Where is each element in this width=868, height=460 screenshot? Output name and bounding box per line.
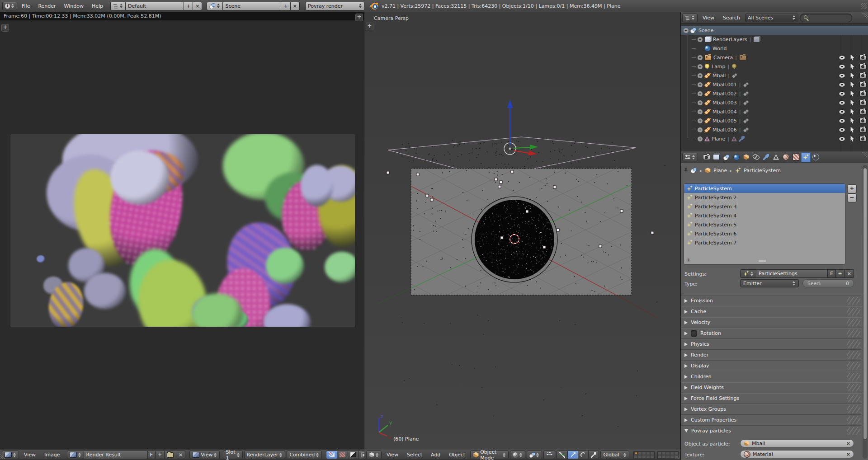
renderability-camera-icon[interactable] — [859, 118, 867, 123]
remove-particle-system-button[interactable]: − — [847, 193, 857, 202]
outliner-search-input[interactable] — [800, 14, 852, 22]
particle-system-row[interactable]: ParticleSystem 5 — [684, 220, 845, 229]
layer-cell[interactable] — [666, 455, 670, 459]
expand-icon[interactable]: + — [698, 109, 703, 114]
outliner-item-mball-005[interactable]: +Mball.005| — [681, 116, 868, 125]
renderability-camera-icon[interactable] — [859, 73, 867, 78]
menu-image[interactable]: Image — [41, 452, 63, 458]
particle-settings-browse-button[interactable] — [740, 269, 756, 278]
visibility-eye-icon[interactable] — [839, 136, 845, 141]
list-resize-grip[interactable] — [759, 260, 766, 261]
panel-label[interactable]: Rotation — [700, 330, 721, 336]
panel-display[interactable]: Display — [681, 360, 862, 371]
layer-cell[interactable] — [634, 455, 638, 459]
outliner-item-mball-004[interactable]: +Mball.004| — [681, 107, 868, 116]
render-pass-select[interactable]: Combined — [287, 451, 322, 459]
visibility-eye-icon[interactable] — [839, 73, 845, 78]
layer-cell[interactable] — [638, 455, 642, 459]
pin-icon[interactable] — [684, 168, 688, 174]
selectability-cursor-icon[interactable] — [850, 82, 855, 88]
layer-cell[interactable] — [642, 455, 646, 459]
slot-select[interactable]: Slot 1 — [223, 451, 242, 459]
properties-scrollbar[interactable] — [863, 165, 868, 459]
scene-selector-icon-button[interactable] — [207, 2, 223, 10]
panel-expanded-arrow-icon[interactable] — [684, 429, 688, 432]
visibility-eye-icon[interactable] — [839, 109, 845, 114]
editor-type-3dview-button[interactable] — [366, 451, 382, 459]
menu-object[interactable]: Object — [445, 452, 469, 458]
panel-rotation[interactable]: Rotation — [681, 328, 862, 338]
screen-layout-name[interactable]: Default — [126, 2, 184, 10]
tab-scene[interactable] — [722, 152, 731, 162]
panel-label[interactable]: Cache — [691, 309, 706, 314]
particle-system-name[interactable]: ParticleSystem — [695, 186, 732, 192]
outliner-item-world[interactable]: World — [681, 44, 868, 53]
layer-cell[interactable] — [650, 455, 654, 459]
add-layout-button[interactable]: + — [184, 2, 193, 10]
outliner-item-label[interactable]: Mball.002 — [712, 91, 737, 97]
layer-cell[interactable] — [658, 455, 662, 459]
editor-type-info-button[interactable] — [2, 2, 17, 10]
panel-render[interactable]: Render — [681, 349, 862, 360]
particle-system-name[interactable]: ParticleSystem 4 — [695, 213, 736, 219]
menu-view[interactable]: View — [383, 452, 402, 458]
panel-custom-properties[interactable]: Custom Properties — [681, 414, 862, 425]
selectability-cursor-icon[interactable] — [850, 91, 855, 97]
panel-label[interactable]: Display — [691, 363, 709, 369]
panel-field-weights[interactable]: Field Weights — [681, 382, 862, 393]
expand-icon[interactable]: + — [698, 118, 703, 123]
menu-window[interactable]: Window — [61, 3, 87, 9]
visibility-eye-icon[interactable] — [839, 118, 845, 123]
draw-channel-alpha-toggle[interactable] — [348, 451, 359, 459]
object-icon[interactable] — [705, 168, 711, 174]
manipulator-toggle[interactable] — [543, 451, 555, 459]
metaball-sphere[interactable] — [475, 200, 554, 279]
renderability-camera-icon[interactable] — [859, 55, 867, 60]
fake-user-button[interactable]: F — [148, 451, 156, 459]
particle-system-name[interactable]: ParticleSystem 6 — [695, 231, 736, 237]
panel-povray-particles[interactable]: Povray particles — [681, 425, 862, 436]
corner-resize-handle[interactable] — [861, 3, 867, 9]
panel-cache[interactable]: Cache — [681, 306, 862, 317]
add-scene-button[interactable]: + — [281, 2, 290, 10]
selectability-cursor-icon[interactable] — [850, 118, 855, 124]
layer-cell[interactable] — [650, 451, 654, 455]
panel-collapsed-arrow-icon[interactable] — [684, 375, 688, 379]
panel-label[interactable]: Render — [691, 352, 708, 358]
outliner-item-label[interactable]: Plane — [712, 136, 725, 142]
layer-cell[interactable] — [674, 451, 678, 455]
list-filter-options-button[interactable]: + — [686, 258, 690, 262]
corner-resize-handle[interactable] — [862, 13, 868, 19]
layer-cell[interactable] — [658, 451, 662, 455]
outliner-item-label[interactable]: Camera — [713, 55, 733, 61]
tab-object-data[interactable] — [771, 152, 781, 162]
particle-system-row[interactable]: ParticleSystem — [684, 184, 845, 193]
visibility-eye-icon[interactable] — [839, 100, 845, 105]
pivot-point-select[interactable] — [527, 451, 542, 459]
scene-name[interactable]: Scene — [223, 2, 281, 10]
close-scene-button[interactable]: × — [291, 2, 300, 10]
outliner-item-mball-001[interactable]: +Mball.001| — [681, 80, 868, 89]
visibility-eye-icon[interactable] — [839, 91, 845, 96]
particle-system-name[interactable]: ParticleSystem 3 — [695, 204, 736, 210]
panel-label[interactable]: Velocity — [691, 319, 710, 325]
expand-scopes-panel-button[interactable]: + — [1, 24, 9, 32]
unlink-image-button[interactable]: × — [176, 451, 185, 459]
visibility-eye-icon[interactable] — [839, 64, 845, 69]
breadcrumb-particle-system[interactable]: ParticleSystem — [744, 168, 781, 174]
outliner-item-scene[interactable]: −Scene — [681, 26, 868, 35]
panel-label[interactable]: Custom Properties — [691, 417, 736, 423]
outliner-item-label[interactable]: Mball — [712, 73, 726, 79]
outliner-item-label[interactable]: Mball.005 — [712, 118, 737, 124]
texture-field[interactable]: Material× — [740, 450, 854, 458]
renderability-camera-icon[interactable] — [859, 109, 867, 114]
fake-user-button[interactable]: F — [828, 269, 835, 278]
visibility-eye-icon[interactable] — [839, 55, 845, 60]
panel-force-field-settings[interactable]: Force Field Settings — [681, 393, 862, 404]
tab-render-layers[interactable] — [712, 152, 721, 162]
particle-system-row[interactable]: ParticleSystem 7 — [684, 238, 845, 247]
menu-add[interactable]: Add — [427, 452, 444, 458]
outliner-item-label[interactable]: Mball.004 — [712, 109, 737, 115]
editor-type-properties-button[interactable] — [682, 153, 698, 161]
layer-cell[interactable] — [670, 455, 674, 459]
